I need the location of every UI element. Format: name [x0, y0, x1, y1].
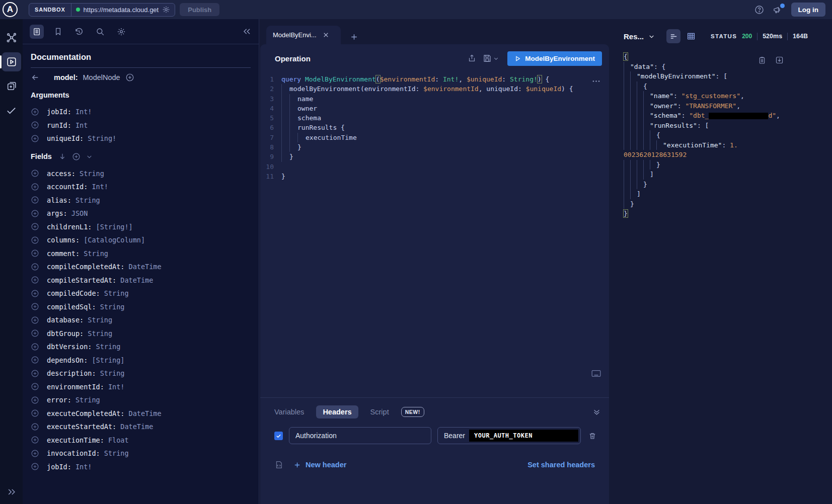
- settings-gear-icon[interactable]: [114, 25, 128, 39]
- close-tab-icon[interactable]: [323, 32, 329, 38]
- add-field-plus-icon[interactable]: [31, 409, 39, 417]
- argument-row[interactable]: uniqueId: String!: [31, 132, 251, 145]
- add-field-plus-icon[interactable]: [31, 423, 39, 431]
- add-field-plus-icon[interactable]: [31, 462, 39, 471]
- add-field-plus-icon[interactable]: [31, 449, 39, 458]
- add-field-plus-icon[interactable]: [31, 236, 39, 244]
- add-all-fields-icon[interactable]: [72, 152, 81, 161]
- bookmarks-icon[interactable]: [51, 25, 65, 39]
- add-field-plus-icon[interactable]: [31, 396, 39, 404]
- add-field-plus-icon[interactable]: [31, 134, 39, 143]
- add-field-plus-icon[interactable]: [31, 108, 39, 116]
- argument-row[interactable]: jobId: Int!: [31, 105, 251, 119]
- collapse-request-panel-icon[interactable]: [592, 408, 601, 416]
- announcements-megaphone-icon[interactable]: [773, 5, 783, 15]
- rail-operations-play-icon[interactable]: [2, 52, 21, 71]
- add-field-plus-icon[interactable]: [31, 121, 39, 129]
- fields-menu-chevron-icon[interactable]: [86, 153, 93, 160]
- add-field-plus-icon[interactable]: [31, 183, 39, 191]
- add-field-plus-icon[interactable]: [31, 343, 39, 351]
- argument-row[interactable]: runId: Int: [31, 119, 251, 132]
- rail-checklist-icon[interactable]: [2, 101, 21, 120]
- keyboard-shortcuts-icon[interactable]: [591, 370, 601, 377]
- operation-tab[interactable]: ModelByEnvi...: [266, 26, 341, 44]
- field-row[interactable]: access: String: [31, 167, 251, 181]
- field-row[interactable]: compileStartedAt: DateTime: [31, 274, 251, 287]
- back-arrow-icon[interactable]: [31, 73, 40, 82]
- header-enabled-checkbox[interactable]: [274, 432, 283, 440]
- field-row[interactable]: executionTime: Float: [31, 434, 251, 447]
- run-operation-button[interactable]: ModelByEnvironment: [507, 51, 602, 66]
- graphql-editor[interactable]: 1query ModelByEnvironment($environmentId…: [260, 72, 609, 397]
- field-row[interactable]: error: String: [31, 393, 251, 407]
- field-row[interactable]: description: String: [31, 367, 251, 380]
- delete-header-icon[interactable]: [588, 432, 596, 440]
- add-field-plus-icon[interactable]: [31, 196, 39, 204]
- add-field-plus-icon[interactable]: [31, 316, 39, 324]
- save-operation-icon[interactable]: [483, 54, 492, 63]
- endpoint-settings-gear-icon[interactable]: [162, 6, 170, 14]
- field-row[interactable]: executeCompletedAt: DateTime: [31, 407, 251, 421]
- rail-collections-icon[interactable]: [2, 76, 21, 96]
- field-row[interactable]: columns: [CatalogColumn]: [31, 233, 251, 247]
- download-response-icon[interactable]: [775, 56, 784, 65]
- field-row[interactable]: environmentId: Int!: [31, 380, 251, 394]
- field-row[interactable]: compiledCode: String: [31, 287, 251, 300]
- apollo-logo[interactable]: A: [3, 2, 18, 17]
- add-field-plus-icon[interactable]: [31, 329, 39, 338]
- add-field-plus-icon[interactable]: [31, 302, 39, 311]
- response-raw-view-icon[interactable]: [666, 29, 680, 43]
- collapse-docs-icon[interactable]: [242, 27, 252, 36]
- login-button[interactable]: Log in: [791, 3, 826, 17]
- field-row[interactable]: compiledSql: String: [31, 300, 251, 314]
- sort-fields-icon[interactable]: [58, 152, 66, 160]
- add-field-plus-icon[interactable]: [31, 222, 39, 231]
- add-field-plus-icon[interactable]: [31, 369, 39, 378]
- rail-expand-chevrons-icon[interactable]: [7, 487, 17, 497]
- header-value-input[interactable]: Bearer YOUR_AUTH_TOKEN: [437, 427, 581, 444]
- field-row[interactable]: invocationId: String: [31, 447, 251, 460]
- add-field-plus-icon[interactable]: [31, 263, 39, 271]
- add-field-plus-icon[interactable]: [31, 436, 39, 444]
- add-field-plus-icon[interactable]: [31, 209, 39, 218]
- docs-tab-icon[interactable]: [30, 25, 44, 39]
- add-to-query-icon[interactable]: [125, 73, 134, 82]
- request-tab-variables[interactable]: Variables: [274, 405, 304, 418]
- set-shared-headers-link[interactable]: Set shared headers: [527, 461, 595, 469]
- copy-response-icon[interactable]: [758, 56, 766, 65]
- breadcrumb-type-name[interactable]: ModelNode: [83, 73, 120, 81]
- field-row[interactable]: childrenL1: [String!]: [31, 220, 251, 234]
- field-row[interactable]: alias: String: [31, 194, 251, 207]
- editor-menu-dots-icon[interactable]: [591, 76, 601, 86]
- response-table-view-icon[interactable]: [684, 29, 698, 43]
- field-row[interactable]: compileCompletedAt: DateTime: [31, 260, 251, 274]
- field-row[interactable]: database: String: [31, 313, 251, 327]
- field-row[interactable]: accountId: Int!: [31, 180, 251, 194]
- header-key-input[interactable]: Authorization: [289, 427, 431, 444]
- endpoint-url-field[interactable]: https://metadata.cloud.get: [71, 4, 175, 16]
- share-operation-icon[interactable]: [468, 54, 476, 63]
- add-field-plus-icon[interactable]: [31, 382, 39, 391]
- field-row[interactable]: dbtGroup: String: [31, 327, 251, 341]
- response-title-dropdown[interactable]: Res...: [624, 32, 655, 41]
- request-tab-script[interactable]: Script: [370, 405, 389, 418]
- help-icon[interactable]: [754, 5, 764, 15]
- publish-button[interactable]: Publish: [180, 3, 219, 16]
- field-row[interactable]: jobId: Int!: [31, 460, 251, 474]
- add-field-plus-icon[interactable]: [31, 356, 39, 364]
- add-field-plus-icon[interactable]: [31, 249, 39, 258]
- field-row[interactable]: dbtVersion: String: [31, 340, 251, 354]
- field-row[interactable]: comment: String: [31, 247, 251, 261]
- request-tab-headers[interactable]: Headers: [316, 405, 358, 418]
- new-tab-icon[interactable]: [350, 33, 358, 41]
- new-header-button[interactable]: New header: [293, 461, 346, 469]
- field-row[interactable]: dependsOn: [String]: [31, 354, 251, 367]
- add-field-plus-icon[interactable]: [31, 169, 39, 178]
- field-row[interactable]: args: JSON: [31, 207, 251, 220]
- add-field-plus-icon[interactable]: [31, 289, 39, 298]
- field-row[interactable]: executeStartedAt: DateTime: [31, 420, 251, 434]
- rail-schema-graph-icon[interactable]: [2, 28, 21, 47]
- save-menu-chevron-icon[interactable]: [493, 56, 499, 61]
- response-body[interactable]: {"data": {"modelByEnvironment": [{"name"…: [612, 52, 832, 219]
- history-icon[interactable]: [72, 25, 86, 39]
